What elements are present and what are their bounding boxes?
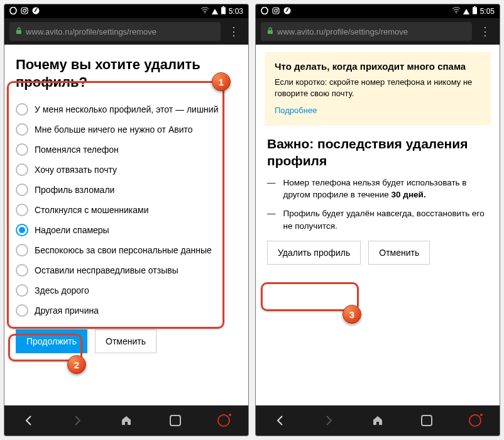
svg-point-3 xyxy=(26,8,27,9)
more-menu-icon[interactable]: ⋮ xyxy=(472,25,495,38)
reason-option[interactable]: Оставили несправедливые отзывы xyxy=(16,260,237,280)
reason-label: Столкнулся с мошенниками xyxy=(35,205,148,215)
info-title: Что делать, когда приходит много спама xyxy=(275,61,481,72)
svg-rect-7 xyxy=(222,6,224,8)
radio-icon xyxy=(16,204,28,216)
reason-label: Надоели спамеры xyxy=(35,225,109,235)
consequence-item: — Номер телефона нельзя будет использова… xyxy=(267,177,488,201)
url-text: www.avito.ru/profile/settings/remove xyxy=(277,27,408,36)
reason-option[interactable]: Мне больше ничего не нужно от Авито xyxy=(16,119,237,140)
page-heading: Почему вы хотите удалить профиль? xyxy=(16,56,237,91)
svg-point-11 xyxy=(275,9,278,12)
reason-label: Беспокоюсь за свои персональные данные xyxy=(35,245,212,255)
radio-icon xyxy=(16,103,28,116)
wifi-icon xyxy=(200,7,209,16)
reason-option[interactable]: Профиль взломали xyxy=(16,180,237,200)
reason-label: Хочу отвязать почту xyxy=(35,165,117,175)
nav-tabs-icon[interactable] xyxy=(168,414,182,427)
consequence-text: Профиль будет удалён навсегда, восстанов… xyxy=(283,207,489,232)
consequence-text: Номер телефона нельзя будет использовать… xyxy=(283,178,467,200)
page-content-left: Почему вы хотите удалить профиль? У меня… xyxy=(4,45,248,405)
consequence-item: — Профиль будет удалён навсегда, восстан… xyxy=(267,207,488,232)
radio-icon xyxy=(16,304,28,317)
reason-option[interactable]: Надоели спамеры xyxy=(16,220,237,240)
annotation-number-3: 3 xyxy=(342,305,361,324)
svg-point-9 xyxy=(261,7,268,14)
phone-left: 5:03 www.avito.ru/profile/settings/remov… xyxy=(4,4,249,436)
nav-home-icon[interactable] xyxy=(119,414,133,427)
reason-label: Здесь дорого xyxy=(35,285,89,295)
shazam-status-icon xyxy=(283,7,291,16)
reason-option[interactable]: У меня несколько профилей, этот — лишний xyxy=(16,99,237,119)
nav-back-icon[interactable] xyxy=(273,414,287,427)
radio-icon xyxy=(16,224,28,236)
reason-option[interactable]: Столкнулся с мошенниками xyxy=(16,200,237,220)
radio-icon xyxy=(16,163,28,176)
reason-option[interactable]: Здесь дорого xyxy=(16,280,237,300)
continue-button[interactable]: Продолжить xyxy=(16,329,87,353)
signal-icon xyxy=(212,9,218,14)
bottom-nav xyxy=(256,405,500,436)
svg-rect-17 xyxy=(268,30,273,34)
svg-point-12 xyxy=(277,8,278,9)
radio-icon xyxy=(16,184,28,196)
url-text: www.avito.ru/profile/settings/remove xyxy=(26,27,156,36)
battery-icon xyxy=(221,6,226,16)
nav-forward-icon[interactable] xyxy=(70,414,84,427)
annotation-number-2: 2 xyxy=(67,355,86,374)
wifi-icon xyxy=(452,7,461,16)
cancel-button[interactable]: Отменить xyxy=(95,329,156,353)
dash-icon: — xyxy=(267,207,276,232)
info-box: Что делать, когда приходит много спама Е… xyxy=(265,52,491,126)
dash-icon: — xyxy=(267,177,276,201)
bottom-nav xyxy=(4,405,248,436)
svg-rect-6 xyxy=(221,8,226,14)
url-field[interactable]: www.avito.ru/profile/settings/remove xyxy=(261,22,472,41)
opera-status-icon xyxy=(261,7,268,16)
svg-rect-8 xyxy=(16,30,21,34)
reason-radio-group: У меня несколько профилей, этот — лишний… xyxy=(16,99,237,321)
reason-option[interactable]: Другая причина xyxy=(16,300,237,321)
delete-profile-button[interactable]: Удалить профиль xyxy=(267,241,361,265)
radio-icon xyxy=(16,244,28,256)
cancel-button[interactable]: Отменить xyxy=(368,241,430,265)
info-text: Если коротко: скройте номер телефона и н… xyxy=(275,77,481,99)
nav-opera-icon[interactable] xyxy=(217,414,231,427)
opera-status-icon xyxy=(9,7,17,16)
url-field[interactable]: www.avito.ru/profile/settings/remove xyxy=(9,22,221,41)
svg-point-5 xyxy=(204,13,205,14)
svg-point-14 xyxy=(456,13,457,14)
nav-back-icon[interactable] xyxy=(22,414,36,427)
signal-icon xyxy=(463,9,469,14)
clock: 5:05 xyxy=(480,7,495,16)
svg-rect-16 xyxy=(474,6,476,8)
consequence-bold: 30 дней. xyxy=(392,190,426,199)
svg-point-2 xyxy=(23,9,26,12)
page-content-right: Что делать, когда приходит много спама Е… xyxy=(256,45,500,405)
instagram-status-icon xyxy=(21,7,28,16)
reason-option[interactable]: Поменялся телефон xyxy=(16,140,237,160)
nav-home-icon[interactable] xyxy=(371,414,385,427)
radio-icon xyxy=(16,264,28,277)
more-menu-icon[interactable]: ⋮ xyxy=(221,25,243,38)
consequences-heading: Важно: последствия удаления профиля xyxy=(267,136,488,169)
shazam-status-icon xyxy=(32,7,40,16)
status-bar: 5:05 xyxy=(256,4,500,18)
reason-option[interactable]: Хочу отвязать почту xyxy=(16,160,237,180)
info-link[interactable]: Подробнее xyxy=(275,106,317,115)
url-bar: www.avito.ru/profile/settings/remove ⋮ xyxy=(4,18,248,45)
reason-label: Поменялся телефон xyxy=(35,145,119,155)
reason-label: Профиль взломали xyxy=(35,185,114,195)
reason-option[interactable]: Беспокоюсь за свои персональные данные xyxy=(16,240,237,260)
nav-tabs-icon[interactable] xyxy=(420,414,434,427)
radio-icon xyxy=(16,143,28,156)
annotation-box-3 xyxy=(261,282,359,311)
nav-opera-icon[interactable] xyxy=(468,414,482,427)
reason-label: Оставили несправедливые отзывы xyxy=(35,265,178,275)
battery-icon xyxy=(472,6,478,16)
lock-icon xyxy=(267,27,273,36)
nav-forward-icon[interactable] xyxy=(322,414,336,427)
instagram-status-icon xyxy=(272,7,280,16)
reason-label: Другая причина xyxy=(35,305,99,316)
radio-icon xyxy=(16,123,28,136)
